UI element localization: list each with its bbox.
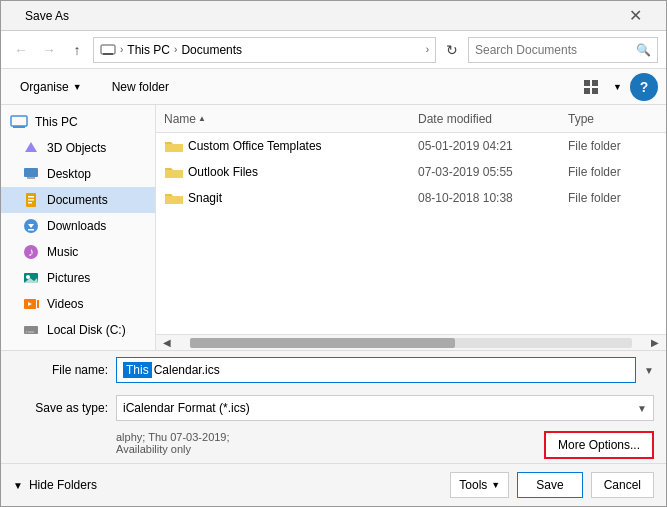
local-disk-c-icon: [21, 322, 41, 338]
breadcrumb-pc: This PC: [127, 43, 170, 57]
scroll-right-arrow[interactable]: ▶: [648, 336, 662, 350]
file-date-3: 08-10-2018 10:38: [418, 191, 568, 205]
file-name-1: Custom Office Templates: [188, 139, 418, 153]
file-name-input[interactable]: This Calendar.ics: [116, 357, 636, 383]
help-button[interactable]: ?: [630, 73, 658, 101]
file-name-dropdown-arrow[interactable]: ▼: [644, 365, 654, 376]
back-button[interactable]: ←: [9, 38, 33, 62]
sidebar-label-music: Music: [47, 245, 78, 259]
sidebar-item-pictures[interactable]: Pictures: [1, 265, 155, 291]
file-list: Custom Office Templates 05-01-2019 04:21…: [156, 133, 666, 334]
svg-rect-17: [28, 202, 32, 204]
info-row: alphy; Thu 07-03-2019;Availability only …: [1, 427, 666, 463]
svg-rect-20: [28, 229, 34, 231]
sidebar-item-desktop[interactable]: Desktop: [1, 161, 155, 187]
title-icon: [9, 1, 25, 31]
svg-marker-27: [37, 300, 39, 308]
horizontal-scrollbar[interactable]: ◀ ▶: [156, 334, 666, 350]
file-type-3: File folder: [568, 191, 658, 205]
col-type-header[interactable]: Type: [568, 112, 658, 126]
desktop-icon: [21, 166, 41, 182]
sidebar-item-videos[interactable]: Videos: [1, 291, 155, 317]
3d-objects-icon: [21, 140, 41, 156]
breadcrumb[interactable]: › This PC › Documents ›: [93, 37, 436, 63]
svg-rect-6: [592, 80, 598, 86]
svg-rect-12: [24, 168, 38, 177]
svg-rect-16: [28, 199, 34, 201]
search-icon: 🔍: [636, 43, 651, 57]
videos-icon: [21, 296, 41, 312]
breadcrumb-sep2: ›: [174, 44, 177, 55]
cancel-button[interactable]: Cancel: [591, 472, 654, 498]
svg-rect-7: [584, 88, 590, 94]
sidebar-item-documents[interactable]: Documents: [1, 187, 155, 213]
sidebar-label-localc: Local Disk (C:): [47, 323, 126, 337]
table-row[interactable]: Snagit 08-10-2018 10:38 File folder: [156, 185, 666, 211]
sidebar-item-localc[interactable]: Local Disk (C:): [1, 317, 155, 343]
forward-button[interactable]: →: [37, 38, 61, 62]
svg-rect-9: [11, 116, 27, 126]
scroll-thumb[interactable]: [190, 338, 455, 348]
save-type-arrow-icon: ▼: [637, 403, 647, 414]
save-button[interactable]: Save: [517, 472, 582, 498]
action-buttons: Tools ▼ Save Cancel: [450, 472, 654, 498]
view-chevron[interactable]: ▼: [613, 82, 622, 92]
refresh-button[interactable]: ↻: [440, 38, 464, 62]
file-name-highlight: This: [123, 362, 152, 378]
folder-icon-2: [164, 164, 184, 180]
sidebar-label-documents: Documents: [47, 193, 108, 207]
save-type-value: iCalendar Format (*.ics): [123, 401, 637, 415]
svg-rect-15: [28, 196, 34, 198]
tools-arrow-icon: ▼: [491, 480, 500, 490]
title-bar: Save As ✕: [1, 1, 666, 31]
sidebar-item-3dobjects[interactable]: 3D Objects: [1, 135, 155, 161]
svg-rect-5: [584, 80, 590, 86]
sidebar-label-thispc: This PC: [35, 115, 78, 129]
bottom-section: File name: This Calendar.ics ▼ Save as t…: [1, 350, 666, 506]
file-date-1: 05-01-2019 04:21: [418, 139, 568, 153]
sidebar-item-music[interactable]: ♪ Music: [1, 239, 155, 265]
svg-text:♪: ♪: [28, 245, 34, 259]
svg-rect-13: [27, 177, 35, 179]
breadcrumb-sep1: ›: [120, 44, 123, 55]
breadcrumb-documents: Documents: [181, 43, 242, 57]
address-bar: ← → ↑ › This PC › Documents › ↻ 🔍: [1, 31, 666, 69]
file-name-3: Snagit: [188, 191, 418, 205]
new-folder-button[interactable]: New folder: [101, 75, 180, 99]
breadcrumb-sep3: ›: [426, 44, 429, 55]
file-name-rest: Calendar.ics: [154, 363, 220, 377]
search-box[interactable]: 🔍: [468, 37, 658, 63]
save-type-label: Save as type:: [13, 401, 108, 415]
view-toggle[interactable]: [577, 73, 605, 101]
sidebar-item-locald[interactable]: Local Disk (D:): [1, 343, 155, 350]
svg-rect-8: [592, 88, 598, 94]
col-name-header[interactable]: Name ▲: [164, 112, 418, 126]
folder-icon-3: [164, 190, 184, 206]
view-icon: [583, 79, 599, 95]
file-name-2: Outlook Files: [188, 165, 418, 179]
up-button[interactable]: ↑: [65, 38, 89, 62]
scroll-left-arrow[interactable]: ◀: [160, 336, 174, 350]
svg-rect-3: [101, 45, 115, 54]
hide-folders-arrow-icon: ▼: [13, 480, 23, 491]
save-type-select[interactable]: iCalendar Format (*.ics) ▼: [116, 395, 654, 421]
sidebar-item-downloads[interactable]: Downloads: [1, 213, 155, 239]
organise-button[interactable]: Organise ▼: [9, 75, 93, 99]
sidebar-item-thispc[interactable]: This PC: [1, 109, 155, 135]
more-options-button[interactable]: More Options...: [544, 431, 654, 459]
col-date-header[interactable]: Date modified: [418, 112, 568, 126]
save-as-dialog: Save As ✕ ← → ↑ › This PC › Documents › …: [0, 0, 667, 507]
file-header: Name ▲ Date modified Type: [156, 105, 666, 133]
sidebar-label-videos: Videos: [47, 297, 83, 311]
svg-rect-31: [28, 332, 34, 333]
hide-folders-button[interactable]: ▼ Hide Folders: [13, 478, 97, 492]
table-row[interactable]: Outlook Files 07-03-2019 05:55 File fold…: [156, 159, 666, 185]
search-input[interactable]: [475, 43, 636, 57]
table-row[interactable]: Custom Office Templates 05-01-2019 04:21…: [156, 133, 666, 159]
scroll-track[interactable]: [190, 338, 632, 348]
file-date-2: 07-03-2019 05:55: [418, 165, 568, 179]
close-button[interactable]: ✕: [612, 1, 658, 31]
tools-button[interactable]: Tools ▼: [450, 472, 509, 498]
toolbar: Organise ▼ New folder ▼ ?: [1, 69, 666, 105]
file-name-label: File name:: [13, 363, 108, 377]
